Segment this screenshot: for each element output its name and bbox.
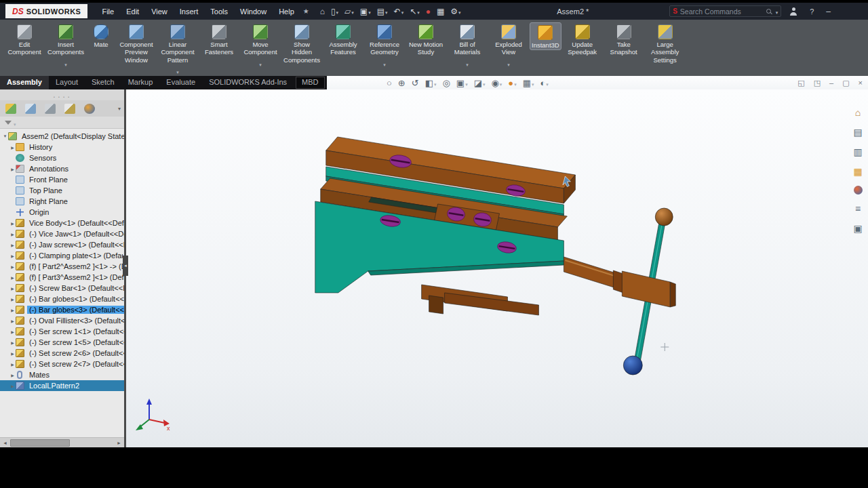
- tab-sketch[interactable]: Sketch: [85, 76, 121, 89]
- exploded-view-button[interactable]: Exploded View: [488, 22, 529, 70]
- linear-component-pattern-button[interactable]: Linear Component Pattern: [157, 22, 198, 76]
- show-hidden-components-button[interactable]: Show Hidden Components: [281, 22, 322, 64]
- expand-caret-icon[interactable]: [9, 297, 16, 302]
- hide-show-items-icon[interactable]: ◉: [491, 77, 502, 89]
- tree-item-part3-assem2[interactable]: (f) [ Part3^Assem2 ]<1> (Default...: [0, 272, 124, 283]
- take-snapshot-button[interactable]: Take Snapshot: [604, 22, 644, 57]
- edit-component-button[interactable]: Edit Component: [4, 22, 45, 57]
- expand-caret-icon[interactable]: [9, 264, 16, 269]
- tree-item-bar-globes-3[interactable]: (-) Bar globes<3> (Default<<Def...: [0, 304, 124, 315]
- menu-item[interactable]: Edit: [121, 6, 144, 17]
- account-icon[interactable]: [789, 7, 797, 16]
- tree-item-ser-screw-1-5[interactable]: (-) Ser screw 1<5> (Default<<Def: [0, 337, 124, 348]
- restore-viewport-icon[interactable]: ▢: [842, 79, 849, 87]
- home-icon[interactable]: ⌂: [319, 6, 326, 17]
- feature-tree-filter[interactable]: [0, 117, 124, 129]
- tab-layout[interactable]: Layout: [49, 76, 85, 89]
- view-settings-icon[interactable]: ◐: [540, 77, 549, 89]
- tree-item-screw-bar[interactable]: (-) Screw Bar<1> (Default<<Defa: [0, 283, 124, 293]
- tree-item-origin[interactable]: Origin: [0, 207, 124, 218]
- update-speedpak-button[interactable]: Update Speedpak: [562, 22, 603, 57]
- pack-and-go-icon[interactable]: ▣: [852, 223, 864, 234]
- expand-caret-icon[interactable]: [9, 221, 16, 226]
- display-style-icon[interactable]: ◪: [474, 77, 486, 89]
- graphics-viewport[interactable]: x ⌂ ▤ ▥ ▦ ≡ ▣: [126, 89, 868, 447]
- file-explorer-icon[interactable]: ▥: [852, 146, 864, 157]
- tab-assembly[interactable]: Assembly: [0, 76, 49, 89]
- tree-item-front-plane[interactable]: Front Plane: [0, 174, 124, 185]
- expand-caret-icon[interactable]: [9, 243, 16, 247]
- menu-item[interactable]: Tools: [205, 6, 233, 17]
- tree-item-vice-body[interactable]: Vice Body<1> (Default<<Default...: [0, 218, 124, 228]
- smart-fasteners-button[interactable]: Smart Fasteners: [199, 22, 239, 57]
- tab-markup[interactable]: Markup: [121, 76, 160, 89]
- tree-item-annotations[interactable]: Annotations: [0, 163, 124, 174]
- tree-item-history[interactable]: History: [0, 142, 124, 152]
- menu-item[interactable]: File: [97, 6, 119, 17]
- instant3d-button[interactable]: Instant3D: [530, 22, 561, 50]
- assembly-features-button[interactable]: Assembly Features: [323, 22, 363, 57]
- print-icon[interactable]: ▤: [376, 6, 389, 17]
- scroll-left-arrow-icon[interactable]: [0, 441, 10, 445]
- menu-item[interactable]: Window: [235, 6, 271, 17]
- expand-caret-icon[interactable]: [9, 308, 16, 312]
- view-palette-icon[interactable]: ▦: [852, 166, 864, 177]
- tree-item-clamping-plate[interactable]: (-) Clamping plate<1> (Default<<...: [0, 250, 124, 261]
- undo-icon[interactable]: ↶: [393, 6, 406, 17]
- menu-item[interactable]: Help: [274, 6, 299, 17]
- expand-caret-icon[interactable]: [9, 145, 16, 150]
- configurationmanager-tab[interactable]: [45, 104, 56, 114]
- sketch-grid-icon[interactable]: ▦: [435, 6, 446, 17]
- expand-caret-icon[interactable]: [9, 362, 16, 367]
- home-icon[interactable]: ⌂: [852, 107, 864, 118]
- move-component-button[interactable]: Move Component: [240, 22, 281, 70]
- expand-caret-icon[interactable]: [9, 329, 16, 334]
- dynamic-annotation-views-icon[interactable]: ◎: [442, 79, 450, 87]
- reference-geometry-button[interactable]: Reference Geometry: [364, 22, 405, 70]
- propertymanager-tab[interactable]: [25, 104, 36, 114]
- save-icon[interactable]: ▣: [359, 6, 372, 17]
- apply-scene-icon[interactable]: ▦: [523, 77, 534, 89]
- open-document-icon[interactable]: ▱: [343, 6, 355, 17]
- search-dropdown-caret-icon[interactable]: [776, 7, 778, 16]
- expand-caret-icon[interactable]: [2, 134, 8, 138]
- help-icon[interactable]: ?: [810, 7, 814, 16]
- tree-item-part2-assem2[interactable]: (f) [ Part2^Assem2 ]<1> -> (Defa...: [0, 261, 124, 272]
- expand-caret-icon[interactable]: [9, 275, 16, 280]
- search-icon[interactable]: [766, 9, 771, 14]
- expand-caret-icon[interactable]: [9, 351, 16, 356]
- tree-item-ser-screw-1-1[interactable]: (-) Ser screw 1<1> (Default<<Def: [0, 326, 124, 337]
- tab-evaluate[interactable]: Evaluate: [159, 76, 202, 89]
- expand-caret-icon[interactable]: [9, 340, 16, 345]
- minimize-viewport-icon[interactable]: –: [829, 79, 833, 87]
- expand-caret-icon[interactable]: [9, 232, 16, 237]
- menu-item[interactable]: Insert: [175, 6, 203, 17]
- undock-pane-icon[interactable]: ◱: [797, 79, 804, 87]
- tree-item-locallpattern2[interactable]: LocalLPattern2: [0, 380, 124, 391]
- panel-grip[interactable]: [0, 89, 124, 100]
- tree-item-vice-jaw[interactable]: (-) Vice Jaw<1> (Default<<Defaul: [0, 228, 124, 239]
- tree-item-sensors[interactable]: Sensors: [0, 152, 124, 163]
- rebuild-icon[interactable]: ●: [425, 6, 432, 17]
- expand-caret-icon[interactable]: [9, 286, 16, 291]
- edit-appearance-icon[interactable]: ●: [508, 77, 516, 89]
- bill-of-materials-button[interactable]: Bill of Materials: [447, 22, 488, 70]
- expand-caret-icon[interactable]: [9, 373, 16, 378]
- displaymanager-tab[interactable]: [84, 104, 95, 114]
- select-cursor-icon[interactable]: ↖: [408, 6, 421, 17]
- options-gear-icon[interactable]: ⚙: [449, 6, 462, 17]
- scroll-right-arrow-icon[interactable]: [114, 441, 124, 445]
- tab-mbd[interactable]: MBD: [296, 77, 324, 89]
- section-view-icon[interactable]: ◧: [425, 77, 437, 89]
- expand-caret-icon[interactable]: [9, 167, 16, 171]
- view-orientation-icon[interactable]: ▣: [456, 77, 468, 89]
- expand-caret-icon[interactable]: [9, 384, 16, 388]
- zoom-to-fit-icon[interactable]: ○: [387, 79, 392, 87]
- new-motion-study-button[interactable]: New Motion Study: [406, 22, 446, 57]
- appearances-icon[interactable]: [854, 186, 863, 195]
- horizontal-scrollbar[interactable]: [0, 437, 124, 447]
- expand-caret-icon[interactable]: [9, 319, 16, 323]
- zoom-to-area-icon[interactable]: ⊕: [398, 79, 406, 87]
- close-viewport-icon[interactable]: ×: [859, 79, 863, 87]
- expand-pane-icon[interactable]: ◳: [814, 79, 821, 87]
